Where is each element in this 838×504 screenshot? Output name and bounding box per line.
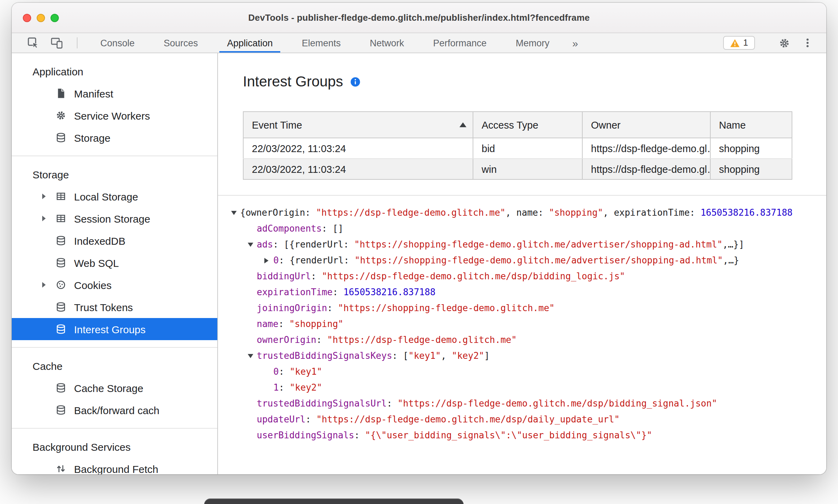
tree-row[interactable]: {ownerOrigin: "https://dsp-fledge-demo.g… <box>231 205 826 221</box>
tree-string: "key2" <box>290 382 322 393</box>
sidebar-section-application: Application Manifest Service Worker <box>12 53 217 156</box>
sidebar-item-web-sql[interactable]: Web SQL <box>12 252 217 274</box>
tree-row[interactable]: biddingUrl: "https://dsp-fledge-demo.gli… <box>231 268 826 284</box>
sidebar-item-trust-tokens[interactable]: Trust Tokens <box>12 296 217 318</box>
caret-down-icon[interactable] <box>248 354 253 358</box>
tree-string: "https://dsp-fledge-demo.glitch.me/dsp/b… <box>398 398 717 409</box>
tree-key: userBiddingSignals <box>257 430 354 440</box>
sidebar-item-label: Session Storage <box>74 213 150 224</box>
tree-row[interactable]: ownerOrigin: "https://dsp-fledge-demo.gl… <box>231 332 826 348</box>
sidebar-item-cache-storage[interactable]: Cache Storage <box>12 377 217 399</box>
tree-punct: , name: <box>505 207 549 218</box>
sidebar-item-storage[interactable]: Storage <box>12 127 217 149</box>
tree-punct: [] <box>333 223 343 234</box>
close-button[interactable] <box>23 13 31 22</box>
tree-row[interactable]: trustedBiddingSignalsKeys: ["key1", "key… <box>231 348 826 364</box>
sidebar-item-background-fetch[interactable]: Background Fetch <box>12 458 217 474</box>
warning-icon <box>730 38 740 47</box>
minimize-button[interactable] <box>37 13 45 22</box>
sidebar-item-back-forward-cache[interactable]: Back/forward cach <box>12 399 217 421</box>
tab-memory[interactable]: Memory <box>501 33 564 53</box>
tree-string: "key1" <box>290 366 322 377</box>
column-label: Owner <box>591 119 620 130</box>
table-row[interactable]: 22/03/2022, 11:03:24 win https://dsp-fle… <box>243 159 792 179</box>
sidebar-item-indexeddb[interactable]: IndexedDB <box>12 230 217 252</box>
tree-row[interactable]: trustedBiddingSignalsUrl: "https://dsp-f… <box>231 395 826 411</box>
cookie-icon <box>55 279 67 291</box>
tab-network[interactable]: Network <box>355 33 419 53</box>
column-header-event-time[interactable]: Event Time <box>243 112 473 138</box>
tab-sources[interactable]: Sources <box>149 33 212 53</box>
tree-key: joiningOrigin <box>257 303 327 313</box>
column-header-name[interactable]: Name <box>710 112 792 138</box>
tree-punct: , <box>441 351 452 361</box>
column-header-owner[interactable]: Owner <box>582 112 710 138</box>
tree-row[interactable]: 0: {renderUrl: "https://shopping-fledge-… <box>231 252 826 268</box>
tree-punct: : {renderUrl: <box>279 255 355 265</box>
zoom-button[interactable] <box>51 13 59 22</box>
tree-row[interactable]: 1: "key2" <box>231 380 826 395</box>
sidebar-item-label: Local Storage <box>74 190 138 202</box>
tree-row[interactable]: updateUrl: "https://dsp-fledge-demo.glit… <box>231 411 826 427</box>
sidebar-section-header: Background Services <box>12 436 217 458</box>
tree-punct: : <box>392 351 403 361</box>
inspect-element-icon[interactable] <box>21 33 45 53</box>
table-grid-icon <box>55 190 67 203</box>
sidebar-item-interest-groups[interactable]: Interest Groups <box>12 318 217 340</box>
chevron-right-icon[interactable] <box>42 194 46 199</box>
traffic-lights <box>23 13 59 22</box>
sidebar-item-label: Storage <box>74 132 110 143</box>
sidebar-item-manifest[interactable]: Manifest <box>12 82 217 104</box>
chevron-right-icon[interactable] <box>42 216 46 221</box>
gear-icon <box>55 109 67 122</box>
info-icon[interactable] <box>350 76 360 87</box>
window-titlebar[interactable]: DevTools - publisher-fledge-demo.glitch.… <box>12 3 826 33</box>
sidebar-section-background-services: Background Services Background Fetch <box>12 428 217 474</box>
toolbar-right-cluster: 1 <box>723 33 819 53</box>
macos-dock[interactable] <box>204 498 464 504</box>
column-label: Name <box>719 119 746 130</box>
sidebar-item-cookies[interactable]: Cookies <box>12 274 217 296</box>
table-header-row: Event Time Access Type Owner Name <box>243 112 792 138</box>
tree-string: "https://dsp-fledge-demo.glitch.me/dsp/b… <box>322 271 625 281</box>
database-icon <box>55 131 67 144</box>
tree-key: updateUrl <box>257 414 306 424</box>
document-icon <box>55 87 67 100</box>
table-row[interactable]: 22/03/2022, 11:03:24 bid https://dsp-fle… <box>243 138 792 159</box>
sidebar-section-header: Application <box>12 60 217 82</box>
database-icon <box>55 301 67 313</box>
more-tabs-button[interactable]: » <box>564 33 586 53</box>
warnings-badge[interactable]: 1 <box>723 36 755 50</box>
sidebar-item-service-workers[interactable]: Service Workers <box>12 104 217 127</box>
tree-string: "key2" <box>452 351 484 361</box>
tree-key: ownerOrigin <box>257 335 316 345</box>
sidebar-item-local-storage[interactable]: Local Storage <box>12 185 217 207</box>
chevron-right-icon[interactable] <box>42 282 46 288</box>
tree-string: "https://dsp-fledge-demo.glitch.me" <box>327 335 517 345</box>
tree-row[interactable]: userBiddingSignals: "{\"user_bidding_sig… <box>231 427 826 443</box>
tree-punct: , expirationTime: <box>603 207 701 218</box>
tree-row[interactable]: ads: [{renderUrl: "https://shopping-fled… <box>231 236 826 252</box>
caret-right-icon[interactable] <box>264 258 268 263</box>
tree-punct: {ownerOrigin: <box>240 207 316 218</box>
tab-performance[interactable]: Performance <box>419 33 501 53</box>
tree-punct: : <box>387 398 398 409</box>
tree-row[interactable]: expirationTime: 1650538216.837188 <box>231 284 826 300</box>
tab-elements[interactable]: Elements <box>287 33 355 53</box>
kebab-menu-icon[interactable] <box>796 37 819 48</box>
tree-row[interactable]: 0: "key1" <box>231 364 826 380</box>
tree-row[interactable]: adComponents: [] <box>231 221 826 236</box>
tab-application[interactable]: Application <box>212 33 287 53</box>
sidebar-item-session-storage[interactable]: Session Storage <box>12 207 217 230</box>
tree-row[interactable]: name: "shopping" <box>231 316 826 332</box>
caret-down-icon[interactable] <box>231 211 237 215</box>
caret-down-icon[interactable] <box>248 242 253 246</box>
tree-string: "shopping" <box>289 319 344 329</box>
tab-console[interactable]: Console <box>86 33 149 53</box>
column-header-access-type[interactable]: Access Type <box>473 112 582 138</box>
column-label: Event Time <box>252 119 302 130</box>
device-toolbar-icon[interactable] <box>45 33 69 53</box>
tree-row[interactable]: joiningOrigin: "https://shopping-fledge-… <box>231 300 826 316</box>
settings-gear-icon[interactable] <box>772 37 796 49</box>
tree-punct: : <box>279 366 290 377</box>
